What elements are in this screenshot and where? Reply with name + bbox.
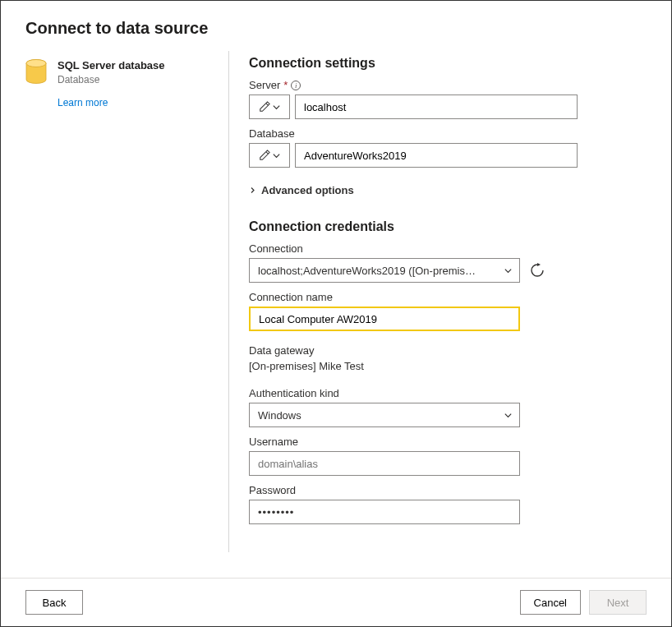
- cancel-button[interactable]: Cancel: [520, 590, 581, 615]
- database-label: Database: [249, 127, 647, 140]
- svg-point-1: [26, 60, 46, 67]
- connection-name-label: Connection name: [249, 291, 647, 303]
- data-gateway-value: [On-premises] Mike Test: [249, 360, 647, 372]
- connection-settings-title: Connection settings: [249, 56, 647, 71]
- auth-kind-select[interactable]: Windows: [249, 403, 520, 427]
- next-button: Next: [589, 590, 647, 615]
- username-input[interactable]: [249, 451, 520, 476]
- server-label: Server * i: [249, 79, 647, 91]
- server-input[interactable]: [295, 95, 578, 119]
- pencil-icon: [259, 101, 270, 113]
- content-area: SQL Server database Database Learn more …: [1, 51, 671, 578]
- connection-credentials-title: Connection credentials: [249, 219, 647, 234]
- sidebar: SQL Server database Database Learn more: [25, 51, 229, 552]
- main-panel: Connection settings Server * i Database …: [249, 51, 647, 569]
- password-label: Password: [249, 484, 647, 496]
- dialog-footer: Back Cancel Next: [1, 578, 671, 626]
- pencil-icon: [259, 150, 270, 161]
- username-label: Username: [249, 436, 647, 448]
- chevron-down-icon: [272, 103, 281, 112]
- refresh-icon[interactable]: [530, 263, 545, 278]
- connection-label: Connection: [249, 242, 647, 255]
- advanced-options-toggle[interactable]: Advanced options: [249, 184, 647, 196]
- auth-kind-label: Authentication kind: [249, 387, 647, 399]
- database-input[interactable]: [295, 143, 578, 168]
- info-icon[interactable]: i: [291, 81, 301, 90]
- database-edit-mode-button[interactable]: [249, 143, 290, 168]
- database-icon: [25, 59, 47, 84]
- source-title: SQL Server database: [58, 59, 165, 73]
- server-edit-mode-button[interactable]: [249, 95, 290, 119]
- required-asterisk: *: [283, 79, 288, 91]
- chevron-down-icon: [272, 151, 281, 160]
- chevron-down-icon: [504, 411, 513, 420]
- password-input[interactable]: ••••••••: [249, 500, 520, 524]
- dialog-header: Connect to data source: [1, 1, 671, 51]
- back-button[interactable]: Back: [25, 590, 83, 615]
- chevron-right-icon: [249, 187, 256, 194]
- connection-select[interactable]: localhost;AdventureWorks2019 ([On-premis…: [249, 258, 520, 283]
- page-title: Connect to data source: [25, 19, 647, 38]
- data-gateway-label: Data gateway: [249, 344, 647, 357]
- source-subtitle: Database: [58, 74, 165, 85]
- connection-name-input[interactable]: [249, 307, 520, 331]
- learn-more-link[interactable]: Learn more: [58, 97, 108, 108]
- source-item: SQL Server database Database: [25, 59, 214, 85]
- chevron-down-icon: [504, 266, 513, 275]
